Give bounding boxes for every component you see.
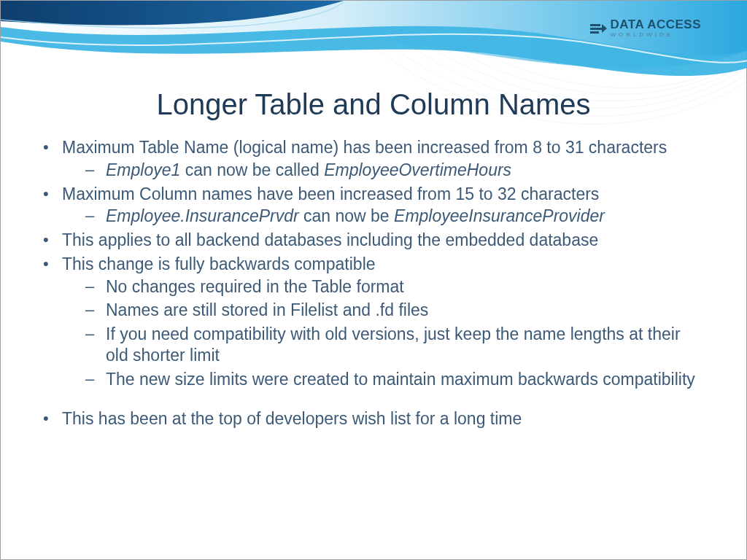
sub-item: No changes required in the Table format: [106, 276, 711, 298]
slide: DATA ACCESS WORLDWIDE Longer Table and C…: [0, 0, 747, 560]
slide-content: Longer Table and Column Names Maximum Ta…: [1, 88, 746, 559]
sub-item: Employe1 can now be called EmployeeOvert…: [106, 160, 711, 181]
spacer: [36, 392, 711, 408]
bullet-list: Maximum Table Name (logical name) has be…: [36, 137, 711, 389]
code-new: EmployeeOvertimeHours: [324, 160, 511, 179]
sub-item: The new size limits were created to main…: [106, 369, 711, 390]
bullet-item: Maximum Table Name (logical name) has be…: [62, 137, 711, 181]
code-new: EmployeeInsuranceProvider: [394, 206, 605, 225]
bullet-text: Maximum Table Name (logical name) has be…: [62, 138, 667, 157]
code-old: Employee.InsurancePrvdr: [106, 206, 299, 225]
bullet-text: Maximum Column names have been increased…: [62, 184, 599, 203]
code-old: Employe1: [106, 160, 180, 179]
bullet-item: This applies to all backend databases in…: [62, 230, 711, 251]
sub-item: Employee.InsurancePrvdr can now be Emplo…: [106, 206, 711, 227]
brand-line2: WORLDWIDE: [611, 32, 702, 38]
bullet-item: Maximum Column names have been increased…: [62, 184, 711, 228]
brand-logo-text: DATA ACCESS WORLDWIDE: [611, 18, 702, 38]
sub-list: Employee.InsurancePrvdr can now be Emplo…: [62, 206, 711, 227]
bullet-item: This change is fully backwards compatibl…: [62, 254, 711, 390]
brand-logo: DATA ACCESS WORLDWIDE: [590, 18, 702, 38]
bullet-text: This change is fully backwards compatibl…: [62, 254, 376, 273]
bullet-list: This has been at the top of developers w…: [36, 408, 711, 429]
sub-text: can now be called: [180, 160, 324, 179]
slide-title: Longer Table and Column Names: [36, 88, 711, 121]
sub-item: If you need compatibility with old versi…: [106, 324, 711, 366]
sub-text: can now be: [299, 206, 394, 225]
bullet-text: This has been at the top of developers w…: [62, 409, 522, 428]
sub-list: Employe1 can now be called EmployeeOvert…: [62, 160, 711, 181]
sub-list: No changes required in the Table format …: [62, 276, 711, 390]
sub-item: Names are still stored in Filelist and .…: [106, 300, 711, 321]
brand-logo-icon: [590, 23, 605, 34]
bullet-text: This applies to all backend databases in…: [62, 230, 598, 249]
brand-line1: DATA ACCESS: [611, 18, 702, 31]
bullet-item: This has been at the top of developers w…: [62, 408, 711, 429]
